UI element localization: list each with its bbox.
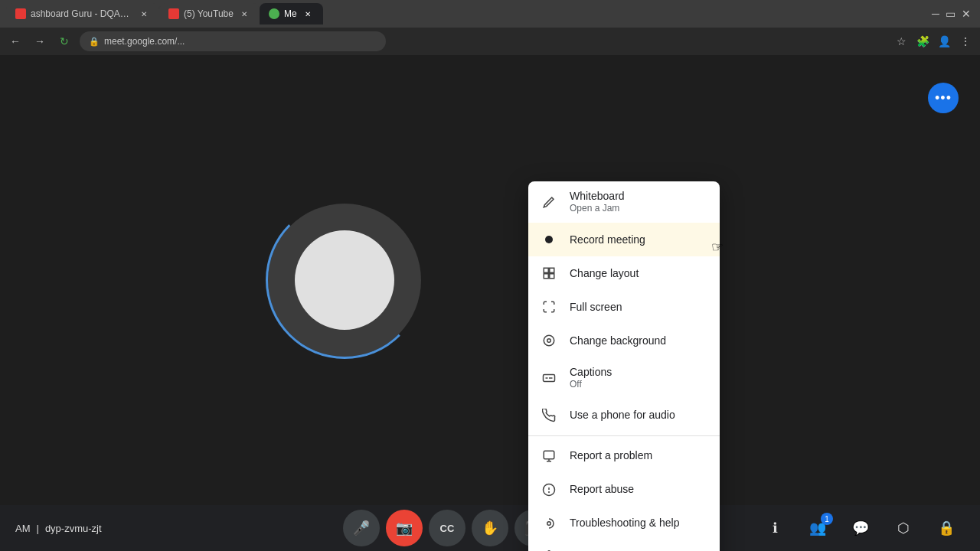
svg-rect-2 [544, 274, 548, 279]
bottom-toolbar: AM | dyp-zvmu-zjt 🎤 📷 CC ✋ ⬛ ⋮ 📞 ℹ [0, 505, 980, 551]
avatar-circle [295, 230, 394, 330]
menu-item-record[interactable]: Record meeting [528, 223, 720, 256]
report-problem-text: Report a problem [570, 448, 707, 462]
url-box[interactable]: 🔒 meet.google.com/... [80, 31, 386, 51]
address-bar: ← → ↻ 🔒 meet.google.com/... ☆ 🧩 👤 ⋮ [0, 28, 980, 55]
svg-point-13 [547, 521, 551, 525]
security-button[interactable]: 🔒 [928, 510, 965, 546]
security-icon: 🔒 [938, 520, 955, 536]
svg-point-4 [544, 335, 554, 346]
hand-button[interactable]: ✋ [472, 510, 508, 546]
menu-item-report-problem[interactable]: Report a problem [528, 439, 720, 473]
browser-toolbar: ☆ 🧩 👤 ⋮ [893, 33, 974, 50]
svg-rect-0 [544, 268, 548, 272]
chat-icon: 💬 [852, 520, 869, 536]
mic-icon: 🎤 [353, 520, 370, 536]
avatar-container [268, 204, 421, 357]
chat-button[interactable]: 💬 [842, 510, 879, 546]
people-badge: 1 [821, 513, 833, 525]
fullscreen-icon [541, 298, 557, 315]
background-text: Change background [570, 334, 707, 347]
info-button[interactable]: ℹ [756, 510, 793, 546]
report-problem-icon [541, 448, 557, 465]
minimize-btn[interactable]: ─ [929, 8, 942, 20]
record-text: Record meeting [570, 233, 707, 246]
extensions-icon[interactable]: 🧩 [914, 33, 931, 50]
captions-icon: CC [440, 523, 455, 534]
maximize-btn[interactable]: ▭ [942, 8, 959, 20]
tab-2-close[interactable]: ✕ [238, 8, 250, 20]
tab-2-favicon [168, 8, 179, 19]
menu-icon[interactable]: ⋮ [957, 33, 974, 50]
menu-item-troubleshooting[interactable]: Troubleshooting & help [528, 507, 720, 540]
svg-point-12 [549, 491, 550, 492]
forward-btn[interactable]: → [31, 32, 49, 51]
background-icon [541, 332, 557, 349]
tab-2[interactable]: (5) YouTube ✕ [159, 3, 260, 24]
captions-sublabel: Off [570, 379, 707, 391]
back-btn[interactable]: ← [6, 32, 24, 51]
activities-icon: ⬡ [897, 520, 910, 536]
whiteboard-text: Whiteboard Open a Jam [570, 189, 707, 215]
svg-rect-9 [544, 451, 554, 459]
profile-icon[interactable]: 👤 [936, 33, 952, 50]
more-options-icon: ••• [935, 90, 952, 106]
cam-icon: 📷 [396, 520, 413, 536]
fullscreen-label: Full screen [570, 300, 707, 314]
svg-rect-1 [550, 268, 554, 272]
whiteboard-label: Whiteboard [570, 189, 707, 203]
tab-1-close[interactable]: ✕ [138, 8, 150, 20]
svg-point-5 [547, 339, 551, 343]
tab-2-title: (5) YouTube [184, 8, 234, 19]
phone-icon [541, 407, 557, 424]
meeting-info: AM | dyp-zvmu-zjt [15, 523, 102, 534]
main-content: ••• AM | dyp-zvmu-zjt 🎤 📷 CC ✋ ⬛ ⋮ 📞 [0, 55, 980, 551]
tab-1[interactable]: ashboard Guru - DQAkses ✕ [6, 3, 159, 24]
menu-item-phone[interactable]: Use a phone for audio [528, 399, 720, 432]
whiteboard-sublabel: Open a Jam [570, 203, 707, 215]
menu-item-whiteboard[interactable]: Whiteboard Open a Jam [528, 181, 720, 223]
report-abuse-label: Report abuse [570, 482, 707, 496]
meeting-separator: | [37, 523, 39, 534]
menu-divider-1 [528, 435, 720, 436]
tab-3-favicon [269, 8, 279, 19]
people-button[interactable]: 👥 1 [799, 510, 836, 546]
record-label: Record meeting [570, 233, 707, 246]
record-dot [545, 236, 553, 243]
browser-chrome: ashboard Guru - DQAkses ✕ (5) YouTube ✕ … [0, 0, 980, 55]
report-abuse-icon [541, 481, 557, 498]
menu-item-layout[interactable]: Change layout [528, 256, 720, 290]
dropdown-menu: Whiteboard Open a Jam Record meeting [528, 181, 720, 551]
menu-item-report-abuse[interactable]: Report abuse [528, 473, 720, 507]
whiteboard-icon [541, 194, 557, 210]
right-toolbar: ℹ 👥 1 💬 ⬡ 🔒 [756, 510, 965, 546]
mic-button[interactable]: 🎤 [343, 510, 380, 546]
menu-item-background[interactable]: Change background [528, 324, 720, 357]
phone-label: Use a phone for audio [570, 408, 707, 422]
record-icon [541, 231, 557, 248]
cam-button[interactable]: 📷 [386, 510, 423, 546]
background-label: Change background [570, 334, 707, 347]
activities-button[interactable]: ⬡ [885, 510, 922, 546]
settings-icon [541, 549, 557, 551]
tab-bar: ashboard Guru - DQAkses ✕ (5) YouTube ✕ … [0, 0, 980, 28]
avatar-ring [268, 204, 421, 357]
report-problem-label: Report a problem [570, 448, 707, 462]
captions-text: Captions Off [570, 365, 707, 391]
tab-3[interactable]: Me ✕ [260, 3, 323, 24]
tab-3-close[interactable]: ✕ [302, 8, 314, 20]
menu-item-settings[interactable]: Settings [528, 540, 720, 551]
close-btn[interactable]: ✕ [959, 8, 974, 20]
refresh-btn[interactable]: ↻ [55, 32, 74, 51]
layout-icon [541, 265, 557, 282]
menu-item-fullscreen[interactable]: Full screen [528, 290, 720, 324]
menu-item-captions[interactable]: Captions Off [528, 357, 720, 399]
more-options-button[interactable]: ••• [928, 83, 959, 113]
tab-1-title: ashboard Guru - DQAkses [31, 8, 133, 19]
url-text: meet.google.com/... [104, 36, 185, 47]
troubleshooting-text: Troubleshooting & help [570, 516, 707, 530]
troubleshooting-icon [541, 515, 557, 532]
captions-button[interactable]: CC [429, 510, 466, 546]
bookmark-icon[interactable]: ☆ [893, 33, 910, 50]
captions-label: Captions [570, 365, 707, 379]
